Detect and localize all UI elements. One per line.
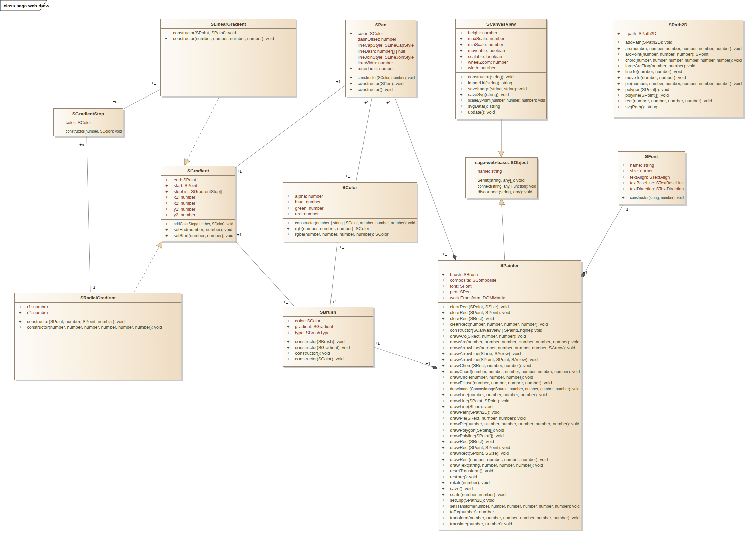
edge-canvasview-sobject-generalization[interactable]: [498, 119, 504, 157]
attribute-row: +scalable: boolean: [456, 54, 546, 59]
class-box-sbrush[interactable]: SBrush+color: SColor+gradient: SGradient…: [283, 307, 373, 367]
member-text: end: SPoint: [174, 177, 196, 183]
member-text: red: number: [295, 211, 319, 217]
visibility-sign: +: [442, 321, 445, 327]
edge-lineargradient-gradient-generalization[interactable]: [184, 97, 219, 165]
member-text: drawEllipse(number, number, number, numb…: [450, 380, 552, 386]
method-row: +rect(number, number, number, number): v…: [613, 98, 742, 104]
member-text: composite: SComposite: [450, 277, 496, 283]
member-text: translate(number, number): void: [450, 521, 512, 527]
visibility-sign: +: [287, 226, 290, 231]
visibility-sign: +: [470, 189, 472, 195]
edge-painter-sobject-generalization[interactable]: [499, 199, 505, 260]
member-text: constructor(number, number, number, numb…: [27, 324, 162, 330]
visibility-sign: +: [287, 193, 290, 199]
member-text: rgba(number, number, number, number): SC…: [295, 231, 388, 237]
method-row: +resetTransform(): void: [438, 468, 580, 474]
visibility-sign: +: [617, 81, 620, 86]
visibility-sign: +: [165, 212, 168, 218]
diagram-canvas: +n+1+n+1+1+1+1+1+1+1+1+1+1+1+1+1+1+1 SLi…: [0, 0, 756, 537]
method-row: +drawLine(number, number, number, number…: [438, 392, 580, 398]
class-box-sradialgradient[interactable]: SRadialGradient+r1: number+r2: number+co…: [14, 293, 181, 380]
class-box-slineargradient[interactable]: SLinearGradient+constructor(SPoint, SPoi…: [160, 19, 296, 96]
member-text: y1: number: [174, 206, 195, 212]
member-text: color: SColor: [358, 31, 383, 36]
visibility-sign: +: [442, 497, 445, 503]
class-box-spainter[interactable]: SPainter+brush: SBrush+composite: SCompo…: [438, 260, 581, 530]
member-text: constructor(SPoint, SPoint): void: [173, 30, 236, 36]
method-row: +clearRect(SPoint, SSize): void: [438, 304, 580, 310]
attribute-row: +y1: number: [161, 206, 234, 212]
edge-gradientstop-lineargradient[interactable]: +n+1: [113, 81, 160, 109]
visibility-sign: +: [617, 69, 620, 74]
class-box-spath2d[interactable]: SPath2D+_path: SPath2D+addPath(SPath2D):…: [613, 20, 743, 117]
member-text: stopList: SGradientStop[]: [174, 189, 222, 194]
member-text: drawImage(CanvasImageSource, number, num…: [450, 386, 579, 392]
method-row: +constructor(SColor, number): void: [346, 75, 415, 81]
member-text: name: string: [630, 162, 654, 168]
member-text: font: SFont: [450, 283, 472, 289]
attribute-row: +lineCapStyle: SLineCapStyle: [346, 42, 415, 48]
attribute-row: +alpha: number: [283, 193, 416, 199]
member-text: drawArc(SRect, number, number): void: [450, 333, 526, 339]
member-text: drawRect(SRect): void: [450, 439, 494, 444]
member-text: x2: number: [174, 200, 195, 206]
edge-line: [123, 89, 160, 109]
multiplicity-label: +1: [364, 100, 369, 105]
edge-radialgradient-gradient-generalization[interactable]: [134, 242, 162, 292]
visibility-sign: +: [617, 45, 620, 51]
method-row: +imageUrl(string): string: [456, 80, 546, 86]
class-box-saga-web-base-sobject[interactable]: saga-web-base::SObject+name: string+$emi…: [465, 157, 538, 198]
method-row: +translate(number, number): void: [438, 521, 580, 527]
attributes-compartment: +end: SPoint+start: SPoint+stopList: SGr…: [161, 175, 235, 219]
member-text: type: SBrushType: [295, 330, 330, 336]
visibility-sign: +: [470, 168, 472, 174]
visibility-sign: +: [165, 189, 168, 194]
edge-gradientstop-radialgradient[interactable]: +n+1: [79, 136, 95, 292]
visibility-sign: +: [442, 310, 445, 315]
attribute-row: +red: number: [283, 211, 416, 217]
visibility-sign: +: [165, 177, 168, 183]
class-box-scolor[interactable]: SColor+alpha: number+blue: number+green:…: [283, 182, 417, 242]
method-row: +drawImage(CanvasImageSource, number, nu…: [438, 386, 580, 392]
visibility-sign: +: [442, 392, 445, 398]
method-row: +drawPolyline(SPoint[]): void: [438, 433, 580, 439]
visibility-sign: +: [460, 103, 463, 109]
member-text: toPx(number): number: [450, 509, 494, 515]
class-box-sgradientstop[interactable]: SGradientStop-color: SColor+constructor(…: [53, 108, 123, 136]
member-text: constructor(number, SColor): void: [66, 128, 122, 134]
edge-brush-painter-composition[interactable]: +1+1: [373, 341, 437, 369]
method-row: +drawLine(SLine): void: [438, 404, 580, 409]
class-box-scanvasview[interactable]: SCanvasView+height: number+maxScale: num…: [455, 19, 547, 119]
visibility-sign: +: [165, 227, 168, 232]
visibility-sign: +: [165, 206, 168, 212]
class-box-sfont[interactable]: SFont+name: string+size: numer+textAlign…: [618, 151, 685, 204]
method-row: +constructor(string): void: [456, 74, 546, 80]
visibility-sign: +: [460, 109, 463, 115]
edge-font-painter-composition[interactable]: +1+1: [581, 204, 628, 277]
attribute-row: +moveable: boolean: [456, 48, 546, 53]
class-box-spen[interactable]: SPen+color: SColor+dashOffset: number+li…: [345, 20, 416, 97]
method-row: +update(): void: [456, 109, 546, 115]
member-text: drawText(string, number, number, number)…: [450, 462, 543, 468]
class-box-sgradient[interactable]: SGradient+end: SPoint+start: SPoint+stop…: [161, 166, 235, 241]
method-row: +drawArc(SRect, number, number): void: [438, 333, 580, 339]
visibility-sign: +: [165, 36, 167, 41]
edge-gradient-brush[interactable]: +1+1: [234, 232, 294, 306]
member-text: lineDash: number[] | null: [358, 48, 405, 54]
method-row: +drawArrowLine(SPoint, SPoint, SArrow): …: [438, 357, 580, 362]
method-row: +drawPolygon(SPoint[]): void: [438, 427, 580, 433]
edge-color-brush[interactable]: +1+1: [330, 242, 344, 306]
edge-pen-color[interactable]: +1+1: [345, 97, 372, 182]
member-text: resetTransform(): void: [450, 468, 493, 474]
member-text: imageUrl(string): string: [468, 80, 512, 86]
attribute-row: +_path: SPath2D: [613, 31, 742, 36]
method-row: +rgba(number, number, number, number): S…: [283, 231, 416, 237]
member-text: name: string: [478, 168, 502, 174]
attribute-row: +width: number: [456, 65, 546, 71]
method-row: +drawRect(SPoint, SPoint): void: [438, 445, 580, 450]
method-row: +rgb(number, number, number): SColor: [283, 226, 416, 231]
visibility-sign: +: [460, 42, 463, 48]
edge-line: [235, 86, 345, 168]
multiplicity-label: +1: [332, 299, 337, 304]
